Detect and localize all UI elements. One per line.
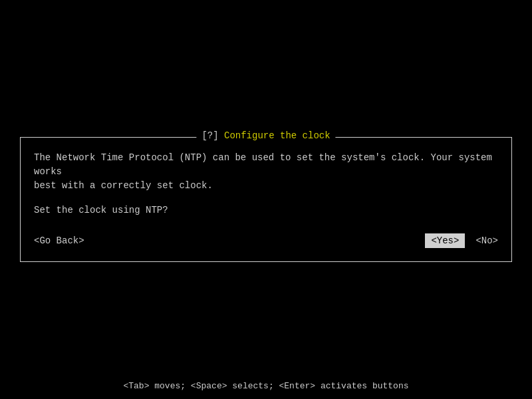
no-button[interactable]: <No>	[475, 233, 498, 248]
screen: [?] Configure the clock The Network Time…	[0, 0, 532, 399]
dialog-title-bar: [?] Configure the clock	[196, 130, 335, 141]
go-back-button[interactable]: <Go Back>	[34, 235, 84, 246]
dialog-title: Configure the clock	[224, 130, 331, 141]
dialog-question: Set the clock using NTP?	[34, 203, 498, 217]
dialog-buttons: <Go Back> <Yes> <No>	[34, 233, 498, 248]
description-line2: best with a correctly set clock.	[34, 179, 498, 193]
yes-button[interactable]: <Yes>	[425, 233, 465, 248]
description-line1: The Network Time Protocol (NTP) can be u…	[34, 151, 498, 179]
dialog-container: [?] Configure the clock The Network Time…	[20, 137, 512, 262]
status-bar: <Tab> moves; <Space> selects; <Enter> ac…	[0, 381, 532, 391]
btn-right-group: <Yes> <No>	[425, 233, 498, 248]
dialog-description: The Network Time Protocol (NTP) can be u…	[34, 151, 498, 193]
title-bracket-open: [?]	[201, 130, 224, 141]
dialog-body: The Network Time Protocol (NTP) can be u…	[34, 151, 498, 248]
